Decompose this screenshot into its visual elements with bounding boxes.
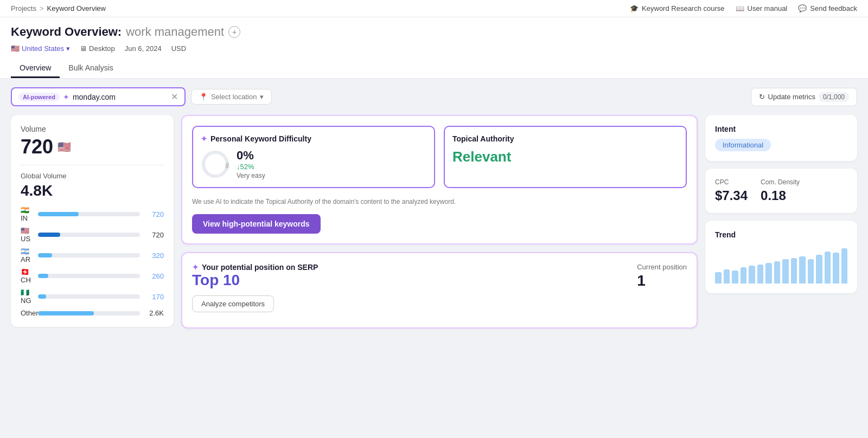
country-code-us: 🇺🇸 US	[21, 227, 34, 243]
country-code-other: Other	[21, 309, 34, 317]
intent-badge: Informational	[715, 139, 771, 151]
trend-bar-7	[774, 261, 781, 284]
country-vol-other: 2.6K	[144, 309, 164, 317]
main-content: AI-powered ✦ ✕ 📍 Select location ▾ ↻ Upd…	[0, 79, 868, 337]
country-code-ar: 🇦🇷 AR	[21, 247, 34, 263]
book-icon: 📖	[736, 4, 744, 12]
pkd-gauge-row: 0% ↓52% Very easy	[201, 149, 426, 179]
country-vol-ar: 320	[144, 252, 164, 260]
bar-bg-ch	[38, 274, 140, 278]
currency-display: USD	[171, 44, 186, 53]
page-header: Keyword Overview: work management + 🇺🇸 U…	[0, 17, 868, 79]
cpc-group: CPC $7.34	[715, 178, 748, 203]
breadcrumb: Projects > Keyword Overview	[11, 4, 106, 12]
serp-header: ✦ Your potential position on SERP Top 10…	[192, 263, 687, 312]
country-rows: 🇮🇳 IN 720 🇺🇸 US 720 🇦🇷 AR 320 🇨🇭 CH	[21, 206, 164, 317]
add-to-list-button[interactable]: +	[228, 26, 240, 38]
keyword-research-course-link[interactable]: 🎓 Keyword Research course	[630, 4, 724, 12]
ta-title: Topical Authority	[452, 134, 678, 143]
intent-card: Intent Informational	[705, 115, 857, 161]
country-selector[interactable]: 🇺🇸 United States ▾	[11, 44, 70, 53]
bar-bg-ar	[38, 253, 140, 257]
pkd-ta-card: ✦ Personal Keyword Difficulty	[181, 115, 698, 244]
pkd-percent: 0%	[237, 149, 265, 163]
country-row-ch: 🇨🇭 CH 260	[21, 268, 164, 284]
trend-bar-5	[757, 265, 764, 284]
trend-bar-11	[808, 259, 814, 284]
cards-row: Volume 720 🇺🇸 Global Volume 4.8K 🇮🇳 IN 7…	[11, 115, 857, 328]
country-code-ng: 🇳🇬 NG	[21, 288, 34, 305]
tab-overview[interactable]: Overview	[11, 59, 60, 78]
clear-button[interactable]: ✕	[171, 92, 178, 102]
global-volume-label: Global Volume	[21, 172, 164, 180]
trend-bar-8	[782, 259, 789, 284]
cpc-density-card: CPC $7.34 Com. Density 0.18	[705, 169, 857, 213]
country-row-other: Other 2.6K	[21, 309, 164, 317]
date-display: Jun 6, 2024	[125, 44, 162, 53]
search-input[interactable]	[73, 93, 168, 101]
cpc-label: CPC	[715, 178, 748, 186]
tab-bar: Overview Bulk Analysis	[11, 59, 857, 78]
top-bar-links: 🎓 Keyword Research course 📖 User manual …	[630, 4, 857, 12]
current-position-label: Current position	[637, 263, 687, 271]
current-position-value: 1	[637, 272, 687, 289]
location-selector[interactable]: 📍 Select location ▾	[191, 89, 272, 105]
serp-card: ✦ Your potential position on SERP Top 10…	[181, 252, 698, 328]
view-high-potential-button[interactable]: View high-potential keywords	[192, 214, 321, 234]
country-vol-ch: 260	[144, 272, 164, 280]
us-flag: 🇺🇸	[11, 44, 20, 53]
sparkle-icon-serp: ✦	[192, 263, 199, 272]
trend-bar-0	[715, 272, 722, 284]
us-flag-small: 🇺🇸	[58, 140, 71, 153]
trend-bar-13	[825, 252, 831, 284]
cpc-value: $7.34	[715, 188, 748, 203]
svg-point-0	[203, 152, 227, 176]
refresh-icon: ↻	[759, 93, 765, 101]
serp-title: ✦ Your potential position on SERP	[192, 263, 318, 272]
volume-card: Volume 720 🇺🇸 Global Volume 4.8K 🇮🇳 IN 7…	[11, 115, 174, 327]
serp-right: Current position 1	[637, 263, 687, 289]
trend-card: Trend	[705, 221, 857, 293]
tab-bulk-analysis[interactable]: Bulk Analysis	[60, 59, 122, 78]
bar-bg-ng	[38, 294, 140, 299]
pkd-values: 0% ↓52% Very easy	[237, 149, 265, 179]
chevron-down-icon: ▾	[260, 93, 264, 101]
cpc-density-row: CPC $7.34 Com. Density 0.18	[715, 178, 847, 203]
serp-top10: Top 10	[192, 272, 318, 289]
location-pin-icon: 📍	[199, 93, 208, 101]
top-bar: Projects > Keyword Overview 🎓 Keyword Re…	[0, 0, 868, 17]
country-row-ar: 🇦🇷 AR 320	[21, 247, 164, 263]
page-title: Keyword Overview: work management +	[11, 25, 857, 39]
message-icon: 💬	[798, 4, 807, 12]
meta-bar: 🇺🇸 United States ▾ 🖥 Desktop Jun 6, 2024…	[11, 44, 857, 53]
user-manual-link[interactable]: 📖 User manual	[736, 4, 788, 12]
analyze-competitors-button[interactable]: Analyze competitors	[192, 295, 274, 312]
keyword-title: work management	[126, 25, 224, 39]
trend-bar-15	[841, 248, 848, 284]
bar-bg-in	[38, 212, 140, 216]
sparkle-icon-pkd: ✦	[201, 134, 207, 143]
chevron-down-icon: ▾	[66, 44, 70, 53]
density-value: 0.18	[761, 188, 800, 203]
trend-bar-4	[749, 266, 755, 284]
trend-bar-1	[724, 269, 730, 284]
update-metrics-button[interactable]: ↻ Update metrics 0/1,000	[751, 88, 857, 106]
country-row-ng: 🇳🇬 NG 170	[21, 288, 164, 305]
volume-value: 720 🇺🇸	[21, 136, 164, 158]
device-info: 🖥 Desktop	[80, 44, 115, 53]
country-vol-in: 720	[144, 210, 164, 218]
ta-relevant-value: Relevant	[452, 149, 678, 165]
send-feedback-link[interactable]: 💬 Send feedback	[798, 4, 857, 12]
pkd-ta-inner: ✦ Personal Keyword Difficulty	[192, 126, 687, 188]
ai-badge: AI-powered	[18, 93, 60, 101]
volume-label: Volume	[21, 125, 164, 133]
country-row-us: 🇺🇸 US 720	[21, 227, 164, 243]
trend-title: Trend	[715, 230, 847, 239]
breadcrumb-separator: >	[40, 4, 44, 12]
search-input-wrap: AI-powered ✦ ✕	[11, 87, 186, 106]
metrics-counter: 0/1,000	[819, 92, 849, 102]
ta-box: Topical Authority Relevant	[444, 126, 687, 188]
country-vol-ng: 170	[144, 293, 164, 301]
density-label: Com. Density	[761, 178, 800, 186]
breadcrumb-projects[interactable]: Projects	[11, 4, 36, 12]
